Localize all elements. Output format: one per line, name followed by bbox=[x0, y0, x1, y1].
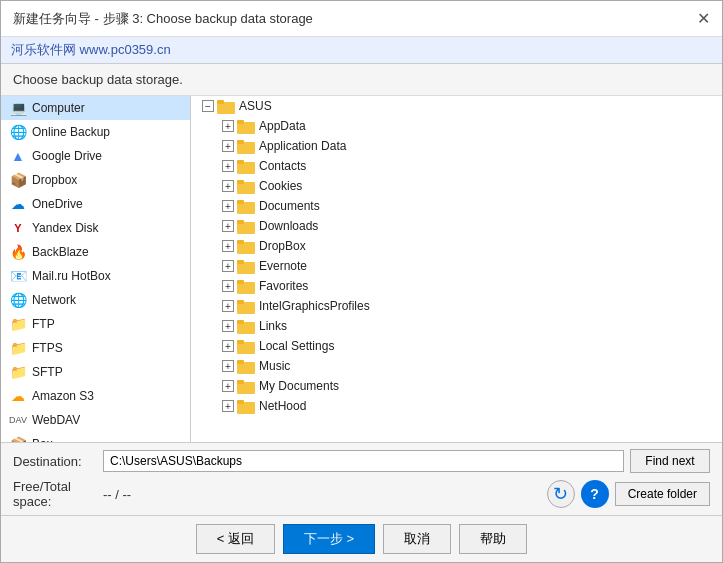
tree-expand-icon[interactable]: + bbox=[221, 399, 235, 413]
tree-item[interactable]: + IntelGraphicsProfiles bbox=[191, 296, 722, 316]
tree-item[interactable]: + NetHood bbox=[191, 396, 722, 416]
space-label: Free/Total space: bbox=[13, 479, 103, 509]
left-panel-item-sftp[interactable]: 📁 SFTP bbox=[1, 360, 190, 384]
svg-rect-11 bbox=[237, 200, 244, 204]
destination-label: Destination: bbox=[13, 454, 103, 469]
left-panel-item-amazon[interactable]: ☁ Amazon S3 bbox=[1, 384, 190, 408]
box-icon: 📦 bbox=[9, 435, 27, 442]
help-icon-button[interactable]: ? bbox=[581, 480, 609, 508]
close-button[interactable]: ✕ bbox=[697, 9, 710, 28]
tree-expand-icon[interactable]: + bbox=[221, 139, 235, 153]
tree-item[interactable]: + AppData bbox=[191, 116, 722, 136]
tree-item[interactable]: + Favorites bbox=[191, 276, 722, 296]
svg-rect-23 bbox=[237, 320, 244, 324]
folder-icon bbox=[237, 318, 255, 334]
tree-expand-icon[interactable]: + bbox=[221, 119, 235, 133]
left-panel-item-ftps[interactable]: 📁 FTPS bbox=[1, 336, 190, 360]
tree-expand-icon[interactable]: + bbox=[221, 319, 235, 333]
left-panel-item-onedrive[interactable]: ☁ OneDrive bbox=[1, 192, 190, 216]
left-panel-label: Computer bbox=[32, 101, 85, 115]
folder-icon bbox=[237, 398, 255, 414]
tree-item[interactable]: + Cookies bbox=[191, 176, 722, 196]
svg-rect-5 bbox=[237, 140, 244, 144]
left-panel-item-online-backup[interactable]: 🌐 Online Backup bbox=[1, 120, 190, 144]
right-panel: − ASUS + AppData + Application Data + Co… bbox=[191, 96, 722, 442]
tree-label: ASUS bbox=[239, 99, 272, 113]
subtitle: Choose backup data storage. bbox=[1, 64, 722, 96]
tree-item[interactable]: + Downloads bbox=[191, 216, 722, 236]
tree-item-label: DropBox bbox=[259, 239, 306, 253]
destination-input[interactable] bbox=[103, 450, 624, 472]
left-panel-item-yandex[interactable]: Y Yandex Disk bbox=[1, 216, 190, 240]
tree-item-label: Contacts bbox=[259, 159, 306, 173]
svg-rect-7 bbox=[237, 160, 244, 164]
left-panel-item-network[interactable]: 🌐 Network bbox=[1, 288, 190, 312]
tree-item[interactable]: + DropBox bbox=[191, 236, 722, 256]
left-panel-item-google-drive[interactable]: ▲ Google Drive bbox=[1, 144, 190, 168]
cancel-button[interactable]: 取消 bbox=[383, 524, 451, 554]
tree-root[interactable]: − ASUS bbox=[191, 96, 722, 116]
left-panel-label: OneDrive bbox=[32, 197, 83, 211]
tree-item-label: Favorites bbox=[259, 279, 308, 293]
left-panel-label: Google Drive bbox=[32, 149, 102, 163]
tree-expand-icon[interactable]: + bbox=[221, 359, 235, 373]
left-panel-item-backblaze[interactable]: 🔥 BackBlaze bbox=[1, 240, 190, 264]
expand-root[interactable]: − bbox=[201, 99, 215, 113]
left-panel-item-ftp[interactable]: 📁 FTP bbox=[1, 312, 190, 336]
ftp-icon: 📁 bbox=[9, 315, 27, 333]
refresh-button[interactable]: ↻ bbox=[547, 480, 575, 508]
left-panel-item-dropbox[interactable]: 📦 Dropbox bbox=[1, 168, 190, 192]
tree-item[interactable]: + My Documents bbox=[191, 376, 722, 396]
mailru-icon: 📧 bbox=[9, 267, 27, 285]
yandex-icon: Y bbox=[9, 219, 27, 237]
tree-item-label: AppData bbox=[259, 119, 306, 133]
folder-icon bbox=[237, 198, 255, 214]
space-buttons: ↻ ? Create folder bbox=[547, 480, 710, 508]
folder-icon bbox=[237, 258, 255, 274]
tree-item[interactable]: + Links bbox=[191, 316, 722, 336]
left-panel-item-webdav[interactable]: DAV WebDAV bbox=[1, 408, 190, 432]
left-panel-label: Mail.ru HotBox bbox=[32, 269, 111, 283]
tree-item-label: Evernote bbox=[259, 259, 307, 273]
svg-rect-31 bbox=[237, 400, 244, 404]
tree-item[interactable]: + Application Data bbox=[191, 136, 722, 156]
left-panel-item-computer[interactable]: 💻 Computer bbox=[1, 96, 190, 120]
left-panel: 💻 Computer 🌐 Online Backup ▲ Google Driv… bbox=[1, 96, 191, 442]
find-next-button[interactable]: Find next bbox=[630, 449, 710, 473]
tree-expand-icon[interactable]: + bbox=[221, 239, 235, 253]
folder-icon bbox=[237, 358, 255, 374]
tree-expand-icon[interactable]: + bbox=[221, 339, 235, 353]
tree-expand-icon[interactable]: + bbox=[221, 179, 235, 193]
tree-item[interactable]: + Documents bbox=[191, 196, 722, 216]
tree-expand-icon[interactable]: + bbox=[221, 219, 235, 233]
tree-expand-icon[interactable]: + bbox=[221, 159, 235, 173]
next-button[interactable]: 下一步 > bbox=[283, 524, 375, 554]
help-button[interactable]: 帮助 bbox=[459, 524, 527, 554]
back-button[interactable]: < 返回 bbox=[196, 524, 275, 554]
amazon-icon: ☁ bbox=[9, 387, 27, 405]
tree-item[interactable]: + Music bbox=[191, 356, 722, 376]
left-panel-label: Online Backup bbox=[32, 125, 110, 139]
create-folder-button[interactable]: Create folder bbox=[615, 482, 710, 506]
left-panel-label: Yandex Disk bbox=[32, 221, 98, 235]
tree-item-label: Local Settings bbox=[259, 339, 334, 353]
tree-expand-icon[interactable]: + bbox=[221, 279, 235, 293]
left-panel-label: Amazon S3 bbox=[32, 389, 94, 403]
tree-expand-icon[interactable]: + bbox=[221, 299, 235, 313]
tree-item[interactable]: + Local Settings bbox=[191, 336, 722, 356]
tree-expand-icon[interactable]: + bbox=[221, 199, 235, 213]
tree-expand-icon[interactable]: + bbox=[221, 379, 235, 393]
tree-item[interactable]: + Evernote bbox=[191, 256, 722, 276]
bottom-bar: Destination: Find next Free/Total space:… bbox=[1, 442, 722, 515]
left-panel-item-box[interactable]: 📦 Box bbox=[1, 432, 190, 442]
tree-item[interactable]: + Contacts bbox=[191, 156, 722, 176]
left-panel-item-mailru[interactable]: 📧 Mail.ru HotBox bbox=[1, 264, 190, 288]
folder-icon bbox=[237, 298, 255, 314]
title-bar: 新建任务向导 - 步骤 3: Choose backup data storag… bbox=[1, 1, 722, 37]
tree-expand-icon[interactable]: + bbox=[221, 259, 235, 273]
left-panel-label: Dropbox bbox=[32, 173, 77, 187]
left-panel-label: FTP bbox=[32, 317, 55, 331]
folder-icon bbox=[237, 118, 255, 134]
left-panel-label: BackBlaze bbox=[32, 245, 89, 259]
folder-icon bbox=[237, 178, 255, 194]
